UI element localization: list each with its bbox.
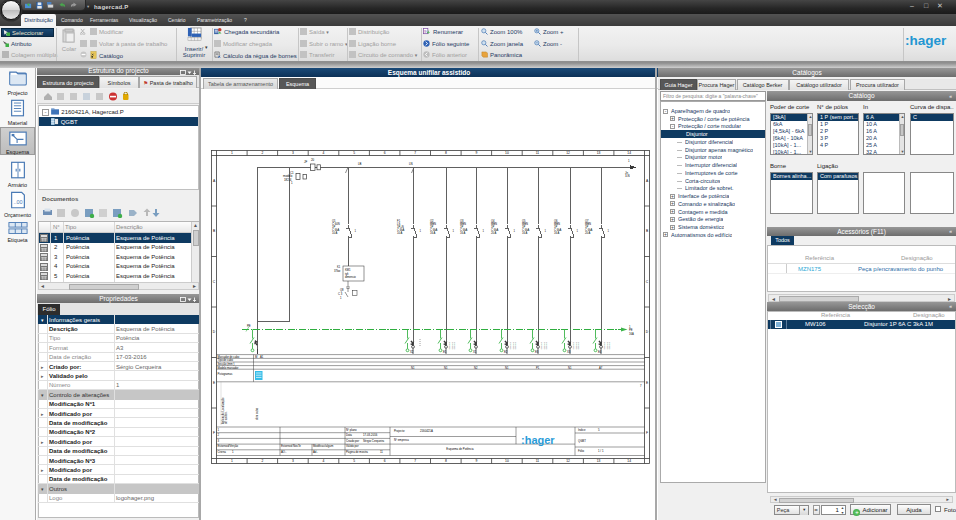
svg-text:Pictogramas: Pictogramas xyxy=(218,372,234,376)
svg-text:13: 13 xyxy=(597,459,601,463)
svg-text:1: 1 xyxy=(420,229,422,233)
svg-text:1: 1 xyxy=(577,229,579,233)
svg-text:4: 4 xyxy=(323,459,325,463)
svg-text:3: 3 xyxy=(292,151,294,155)
svg-text:20: 20 xyxy=(311,158,315,162)
svg-text:E: E xyxy=(213,381,216,385)
svg-text:7: 7 xyxy=(414,459,416,463)
svg-text:12: 12 xyxy=(566,459,570,463)
svg-text:12: 12 xyxy=(566,151,570,155)
svg-text:N xx.xx.x: N xx.xx.x xyxy=(453,342,455,350)
svg-text:1: 1 xyxy=(231,151,233,155)
svg-text:E4: E4 xyxy=(598,350,602,354)
svg-text:9: 9 xyxy=(475,151,477,155)
svg-text:10: 10 xyxy=(505,459,509,463)
svg-text:8: 8 xyxy=(445,151,447,155)
svg-text:E1: E1 xyxy=(443,350,447,354)
svg-text:LN: LN xyxy=(409,162,413,166)
svg-text:5: 5 xyxy=(353,459,355,463)
svg-text:C: C xyxy=(646,280,649,284)
svg-text:N xx.xx.x: N xx.xx.x xyxy=(608,342,610,350)
svg-text:X2: X2 xyxy=(410,350,414,354)
svg-text:7: 7 xyxy=(414,151,416,155)
svg-text::hager: :hager xyxy=(521,434,555,446)
svg-text:16A: 16A xyxy=(629,332,634,336)
svg-text:37kw: 37kw xyxy=(334,269,340,273)
svg-text:13: 13 xyxy=(597,151,601,155)
svg-text:N1: N1 xyxy=(505,366,509,370)
svg-text:16 A: 16 A xyxy=(522,231,528,235)
svg-text:F: F xyxy=(213,431,215,435)
svg-text:2160421A: 2160421A xyxy=(420,429,433,433)
svg-text:Índice: Índice xyxy=(578,428,586,432)
svg-text:Nº empresa: Nº empresa xyxy=(394,438,409,442)
svg-text:D: D xyxy=(213,330,216,334)
svg-text:6: 6 xyxy=(384,151,386,155)
svg-text:dimensio: dimensio xyxy=(345,275,356,279)
svg-text:Nº plano: Nº plano xyxy=(346,428,357,432)
svg-text:1 / 1: 1 / 1 xyxy=(598,449,604,453)
svg-text:N xx.xx.x: N xx.xx.x xyxy=(545,342,547,350)
svg-text:1: 1 xyxy=(340,296,342,300)
svg-text:Estornod NosTe: Estornod NosTe xyxy=(281,444,301,448)
svg-text:14: 14 xyxy=(627,151,631,155)
svg-text:1: 1 xyxy=(545,229,547,233)
svg-text:X3: X3 xyxy=(567,350,571,354)
svg-text:1: 1 xyxy=(514,229,516,233)
svg-text:Sérgio Cerqueira: Sérgio Cerqueira xyxy=(363,439,385,443)
svg-text:14: 14 xyxy=(627,459,631,463)
svg-text:11: 11 xyxy=(536,459,540,463)
svg-text:Válido por: Válido por xyxy=(346,444,359,448)
svg-text:N xx.xx.x: N xx.xx.x xyxy=(577,342,579,350)
svg-text:2: 2 xyxy=(261,459,263,463)
svg-text:5: 5 xyxy=(353,151,355,155)
svg-text:Página de mostra: Página de mostra xyxy=(346,450,368,454)
svg-text:Modificac/algum: Modificac/algum xyxy=(313,444,334,448)
svg-text:Estornod/Verção: Estornod/Verção xyxy=(218,444,239,448)
svg-text:1: 1 xyxy=(355,229,357,233)
svg-text:Esquema de Potência: Esquema de Potência xyxy=(446,447,474,451)
svg-text:1: 1 xyxy=(291,181,293,185)
svg-text:KM1: KM1 xyxy=(345,268,351,272)
svg-text:de susten.: de susten. xyxy=(224,411,228,424)
svg-text:N1: N1 xyxy=(568,366,572,370)
svg-text:6: 6 xyxy=(384,459,386,463)
svg-text:N xx.xx.x: N xx.xx.x xyxy=(514,342,516,350)
svg-text:3-N: 3-N xyxy=(625,174,630,178)
svg-text:10 A: 10 A xyxy=(332,231,338,235)
svg-text:1: 1 xyxy=(453,229,455,233)
svg-text:C: C xyxy=(213,280,216,284)
svg-text:Projecto:: Projecto: xyxy=(394,429,405,433)
svg-text:A7: A7 xyxy=(599,366,603,370)
svg-text:5: 5 xyxy=(598,428,600,432)
svg-text:20 A: 20 A xyxy=(491,231,497,235)
svg-text:2: 2 xyxy=(218,433,220,437)
svg-text:10: 10 xyxy=(505,151,509,155)
svg-text:Tipo de cabo: Tipo de cabo xyxy=(218,358,234,362)
svg-text:A: A xyxy=(646,179,649,183)
svg-text:Criena: Criena xyxy=(218,450,227,454)
svg-text:1: 1 xyxy=(628,159,630,163)
svg-text:JF: JF xyxy=(304,160,307,164)
svg-text:20 A: 20 A xyxy=(585,231,591,235)
svg-text:N1: N1 xyxy=(444,366,448,370)
svg-text:Data: Data xyxy=(346,433,352,437)
svg-text:E: E xyxy=(646,381,649,385)
svg-text:1: 1 xyxy=(483,229,485,233)
svg-text:7: 7 xyxy=(640,384,642,388)
svg-text:N2: N2 xyxy=(474,366,478,370)
svg-text:1: 1 xyxy=(629,325,631,329)
svg-text:16 A: 16 A xyxy=(554,231,560,235)
svg-text:11: 11 xyxy=(536,151,540,155)
svg-text:F: F xyxy=(646,431,648,435)
svg-text:..00: ..00 xyxy=(13,199,22,205)
svg-text:10 A: 10 A xyxy=(397,231,403,235)
svg-text:Fólio: Fólio xyxy=(578,449,585,453)
svg-text:dom outra: dom outra xyxy=(255,407,259,420)
svg-text:17-03-2016: 17-03-2016 xyxy=(363,433,378,437)
svg-text:A1: A1 xyxy=(260,355,264,359)
svg-text:Marcador de cabo: Marcador de cabo xyxy=(218,355,240,359)
svg-text:B: B xyxy=(213,229,216,233)
svg-text:tyfi: tyfi xyxy=(345,272,349,276)
svg-text:4: 4 xyxy=(323,151,325,155)
